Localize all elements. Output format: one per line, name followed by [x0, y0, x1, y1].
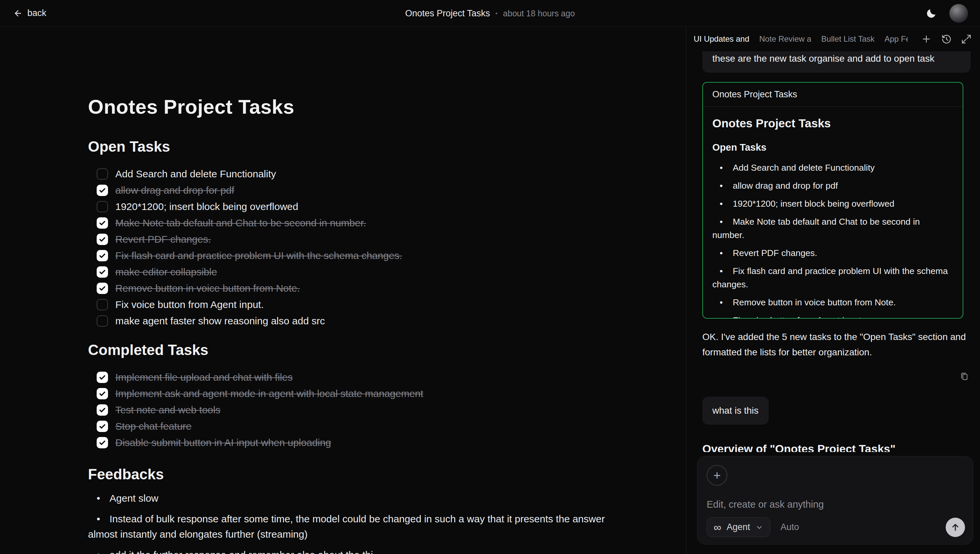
chat-composer[interactable]: + Edit, create or ask anything ∞ Agent A…	[697, 456, 973, 544]
task-label: Implement file upload and chat with file…	[115, 372, 293, 383]
check-icon	[98, 186, 107, 194]
chat-tab[interactable]: UI Updates and	[694, 34, 749, 44]
checkbox[interactable]	[97, 250, 108, 261]
history-button[interactable]	[941, 33, 952, 45]
new-chat-button[interactable]	[921, 33, 932, 45]
task-label: allow drag and drop for pdf	[115, 185, 234, 196]
check-icon	[98, 252, 107, 259]
check-icon	[98, 373, 107, 381]
task-label: Fix voice button from Agent input.	[115, 299, 264, 310]
checkbox[interactable]	[97, 185, 108, 196]
edit-card-bullet-text: 1920*1200; insert block being overflowed	[733, 199, 894, 209]
bullet-icon: •	[97, 513, 100, 524]
task-item[interactable]: Add Search and delete Functionality	[97, 166, 653, 182]
bullet-icon: •	[720, 181, 723, 191]
note-title: Onotes Project Tasks	[88, 95, 653, 119]
task-item[interactable]: Disable submit button in AI input when u…	[97, 434, 653, 451]
dot-separator: •	[495, 10, 498, 17]
checkbox[interactable]	[97, 388, 108, 400]
task-item[interactable]: make agent faster show reasoning also ad…	[97, 313, 653, 329]
task-item[interactable]: Fix voice button from Agent input.	[97, 296, 653, 313]
avatar[interactable]	[949, 4, 968, 23]
checkbox[interactable]	[97, 283, 108, 294]
check-icon	[98, 422, 107, 430]
auto-option[interactable]: Auto	[780, 522, 799, 532]
checkbox[interactable]	[97, 234, 108, 245]
checkbox[interactable]	[97, 315, 108, 327]
task-label: Implement ask and agent mode in agent wi…	[115, 388, 423, 400]
checkbox[interactable]	[97, 421, 108, 432]
edit-card-bullet-text: Fix flash card and practice problem UI w…	[712, 266, 948, 289]
feedback-item: •Agent slow	[88, 491, 621, 506]
composer-input[interactable]: Edit, create or ask anything	[707, 499, 964, 510]
topbar: back Onotes Project Tasks • about 18 hou…	[0, 0, 980, 27]
checkbox[interactable]	[97, 266, 108, 278]
user-message: what is this	[702, 397, 768, 425]
task-item[interactable]: Implement ask and agent mode in agent wi…	[97, 385, 653, 402]
chat-tab[interactable]: Note Review a	[759, 34, 811, 44]
expand-button[interactable]	[961, 33, 972, 45]
expand-icon	[961, 33, 972, 45]
task-item[interactable]: 1920*1200; insert block being overflowed	[97, 198, 653, 215]
edit-card-bullet: •1920*1200; insert block being overflowe…	[712, 197, 953, 210]
theme-toggle-button[interactable]	[925, 7, 937, 19]
checkbox[interactable]	[97, 217, 108, 229]
attach-button[interactable]: +	[707, 465, 727, 486]
infinity-icon: ∞	[714, 524, 721, 531]
user-message: these are the new task organise and add …	[702, 51, 970, 73]
task-item[interactable]: Revert PDF changes.	[97, 231, 653, 247]
checkbox[interactable]	[97, 299, 108, 310]
edit-card-title: Onotes Project Tasks	[703, 83, 963, 107]
task-item[interactable]: Make Note tab default and Chat to be sec…	[97, 215, 653, 231]
task-item[interactable]: Test note and web tools	[97, 402, 653, 418]
section-heading-completed-tasks: Completed Tasks	[88, 341, 653, 359]
assistant-message: OK. I've added the 5 new tasks to the "O…	[702, 330, 970, 360]
bullet-icon: •	[97, 549, 100, 554]
ai-side-panel: UI Updates andNote Review aBullet List T…	[686, 27, 980, 554]
edit-card-bullet: •Make Note tab default and Chat to be se…	[712, 215, 953, 242]
checkbox[interactable]	[97, 201, 108, 212]
chevron-down-icon	[755, 523, 763, 531]
edit-card-bullet: •Fix flash card and practice problem UI …	[712, 264, 953, 291]
send-button[interactable]	[946, 518, 965, 537]
checkbox[interactable]	[97, 372, 108, 383]
mode-selector[interactable]: ∞ Agent	[707, 517, 770, 537]
checkbox[interactable]	[97, 437, 108, 448]
copy-button[interactable]	[959, 371, 969, 381]
completed-task-list: Implement file upload and chat with file…	[88, 369, 653, 451]
edit-card-bullet: •allow drag and drop for pdf	[712, 179, 953, 192]
note-editor[interactable]: Onotes Project Tasks Open Tasks Add Sear…	[0, 27, 686, 554]
task-item[interactable]: Remove button in voice button from Note.	[97, 280, 653, 296]
task-item[interactable]: Implement file upload and chat with file…	[97, 369, 653, 385]
edit-card-bullet-text: Add Search and delete Functionality	[733, 163, 875, 173]
task-label: make editor collapsible	[115, 266, 217, 278]
back-button[interactable]: back	[13, 8, 46, 18]
task-item[interactable]: make editor collapsible	[97, 264, 653, 280]
chat-tabs: UI Updates andNote Review aBullet List T…	[694, 34, 908, 44]
edit-card-bullet-list: •Add Search and delete Functionality•all…	[712, 161, 953, 319]
copy-icon	[959, 371, 969, 381]
task-item[interactable]: allow drag and drop for pdf	[97, 182, 653, 198]
bullet-icon: •	[97, 493, 100, 504]
check-icon	[98, 390, 107, 398]
check-icon	[98, 284, 107, 292]
checkbox[interactable]	[97, 168, 108, 180]
task-label: Disable submit button in AI input when u…	[115, 437, 331, 448]
section-heading-feedbacks: Feedbacks	[88, 465, 653, 483]
edit-card-bullet-text: allow drag and drop for pdf	[733, 181, 838, 191]
feedback-item: •Instead of bulk response after some tim…	[88, 511, 621, 542]
task-label: Make Note tab default and Chat to be sec…	[115, 217, 366, 229]
task-label: Remove button in voice button from Note.	[115, 283, 300, 294]
chat-scroll-area[interactable]: these are the new task organise and add …	[686, 51, 980, 452]
task-item[interactable]: Fix flash card and practice problem UI w…	[97, 247, 653, 264]
chat-tab[interactable]: App Featu	[885, 34, 908, 44]
feedback-list: •Agent slow•Instead of bulk response aft…	[88, 491, 621, 554]
chat-tab[interactable]: Bullet List Task	[821, 34, 875, 44]
edit-card-bullet-text: Fix voice button from Agent input.	[733, 315, 864, 319]
edit-card-bullet-text: Revert PDF changes.	[733, 248, 817, 258]
chat-tabbar: UI Updates andNote Review aBullet List T…	[686, 27, 980, 51]
edit-card-subheading: Open Tasks	[712, 142, 953, 153]
checkbox[interactable]	[97, 404, 108, 416]
edit-card-bullet-text: Make Note tab default and Chat to be sec…	[712, 217, 920, 240]
task-item[interactable]: Stop chat feature	[97, 418, 653, 434]
